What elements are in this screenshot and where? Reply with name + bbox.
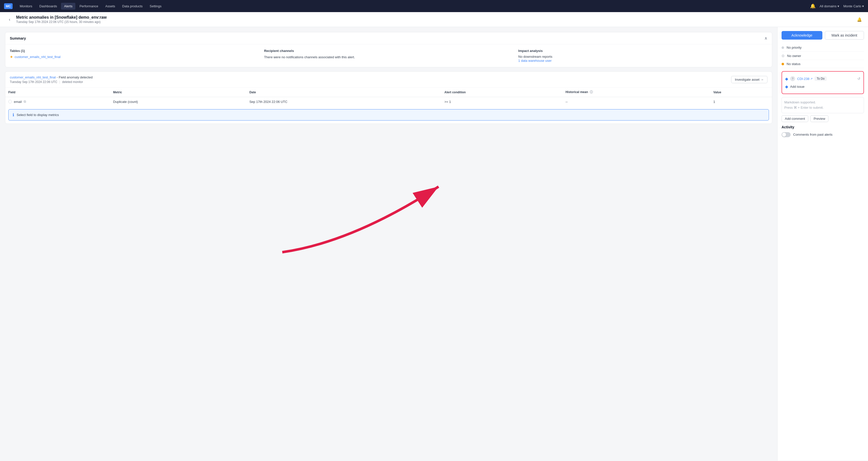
comments-past-label: Comments from past alerts: [793, 133, 833, 137]
anomaly-meta: Tuesday Sep 17th 2024 22:06 UTC | delete…: [10, 80, 93, 84]
priority-item: No priority: [781, 44, 864, 52]
comments-toggle[interactable]: [781, 132, 790, 137]
notification-bell-icon[interactable]: 🔔: [810, 3, 815, 9]
comment-placeholder: Markdown supported. Press ⌘ + Enter to s…: [784, 100, 861, 111]
add-issue-item[interactable]: ◆ Add issue: [785, 83, 861, 90]
nav-right-actions: 🔔 All domains ▾ Monte Carlo ▾: [810, 3, 864, 9]
field-name: email: [14, 100, 22, 104]
status-dot-icon: [781, 63, 784, 65]
comment-input-area[interactable]: Markdown supported. Press ⌘ + Enter to s…: [781, 97, 864, 113]
summary-body: Tables (1) ★ customer_emails_nhl_test_fi…: [5, 45, 772, 67]
summary-tables-section: Tables (1) ★ customer_emails_nhl_test_fi…: [10, 49, 259, 62]
nav-alerts[interactable]: Alerts: [61, 3, 75, 9]
domain-selector[interactable]: All domains ▾: [819, 4, 839, 8]
cell-metric: Duplicate (count): [110, 97, 247, 107]
monitor-status: deleted monitor: [62, 80, 83, 84]
jira-issue-link[interactable]: CDI-238 ↗: [797, 77, 812, 81]
summary-card-header: Summary ∧: [5, 32, 772, 45]
summary-impact-section: Impact analysis No downstream reports 1 …: [518, 49, 768, 62]
select-field-bar[interactable]: ℹ Select field to display metrics: [8, 109, 769, 120]
table-item: ★ customer_emails_nhl_test_final: [10, 55, 259, 59]
summary-grid: Tables (1) ★ customer_emails_nhl_test_fi…: [10, 49, 768, 62]
activity-title: Activity: [781, 125, 864, 129]
summary-title: Summary: [10, 36, 26, 40]
mark-incident-button[interactable]: Mark as incident: [825, 31, 864, 39]
col-historical-mean: Historical mean ⓘ: [562, 87, 711, 97]
col-date: Date: [246, 87, 441, 97]
add-comment-button[interactable]: Add comment: [781, 115, 808, 122]
table-link[interactable]: customer_emails_nhl_test_final: [14, 55, 61, 59]
impact-link[interactable]: 1 data warehouse user: [518, 59, 552, 62]
user-menu[interactable]: Monte Carlo ▾: [843, 4, 864, 8]
acknowledge-button[interactable]: Acknowledge: [781, 31, 823, 39]
comment-actions: Add comment Preview: [781, 115, 864, 122]
page-title: Metric anomalies in [Snowflake] demo_env…: [16, 15, 106, 20]
info-circle-icon: ℹ: [12, 113, 14, 117]
comments-toggle-row: Comments from past alerts: [781, 132, 864, 137]
owner-item: ⊙ No owner: [781, 52, 864, 60]
table-row: email ⧉ Duplicate (count) Sep 17th 2024 …: [5, 97, 772, 107]
summary-card: Summary ∧ Tables (1) ★ customer_emails_n…: [5, 32, 772, 67]
anomaly-date: Tuesday Sep 17th 2024 22:06 UTC: [10, 80, 57, 84]
tables-label: Tables (1): [10, 49, 259, 53]
col-field: Field: [5, 87, 110, 97]
status-item: No status: [781, 60, 864, 68]
jira-diamond-icon: ◆: [785, 77, 788, 81]
col-value: Value: [710, 87, 772, 97]
chevron-down-icon: ▾: [837, 4, 839, 8]
mute-button[interactable]: 🔔: [857, 17, 862, 22]
page-header: ‹ Metric anomalies in [Snowflake] demo_e…: [0, 12, 868, 27]
nav-data-products[interactable]: Data products: [119, 3, 146, 9]
anomaly-card: customer_emails_nhl_test_final - Field a…: [5, 71, 772, 124]
page-title-block: Metric anomalies in [Snowflake] demo_env…: [16, 15, 106, 24]
page-subtitle: Tuesday Sep 17th 2024 22:06 UTC (15 hour…: [16, 20, 106, 24]
preview-button[interactable]: Preview: [810, 115, 829, 122]
cell-value: 1: [710, 97, 772, 107]
star-icon: ★: [10, 55, 13, 59]
main-content: Summary ∧ Tables (1) ★ customer_emails_n…: [0, 27, 777, 461]
nav-settings[interactable]: Settings: [147, 3, 164, 9]
external-link-icon: ↗: [810, 77, 812, 81]
anomaly-header-left: customer_emails_nhl_test_final - Field a…: [10, 75, 93, 84]
anomaly-sep: -: [57, 76, 59, 79]
cell-field: email ⧉: [5, 97, 110, 107]
back-button[interactable]: ‹: [6, 16, 13, 23]
cell-alert-condition: >= 1: [441, 97, 562, 107]
summary-recipient-section: Recipient channels There were no notific…: [264, 49, 514, 62]
toggle-knob: [782, 133, 786, 137]
nav-dashboards[interactable]: Dashboards: [36, 3, 60, 9]
nav-performance[interactable]: Performance: [76, 3, 101, 9]
no-downstream-text: No downstream reports: [518, 55, 768, 58]
recipient-label: Recipient channels: [264, 49, 514, 53]
sidebar-action-row: Acknowledge Mark as incident: [781, 31, 864, 39]
jira-avatar: ?: [790, 76, 795, 81]
field-radio[interactable]: [8, 100, 12, 104]
investigate-asset-button[interactable]: Investigate asset →: [731, 76, 768, 83]
anomaly-type: Field anomaly detected: [59, 76, 93, 79]
anomaly-header: customer_emails_nhl_test_final - Field a…: [5, 71, 772, 87]
priority-label: No priority: [786, 46, 802, 50]
top-navigation: MC Monitors Dashboards Alerts Performanc…: [0, 0, 868, 12]
jira-refresh-icon[interactable]: ↺: [858, 77, 861, 81]
select-field-text: Select field to display metrics: [17, 113, 59, 117]
jira-issues-section: ◆ ? CDI-238 ↗ To Do ↺ ◆ Add issue: [781, 71, 864, 94]
jira-status-badge: To Do: [814, 77, 827, 81]
owner-icon: ⊙: [781, 54, 784, 58]
impact-label: Impact analysis: [518, 49, 768, 53]
anomaly-table: Field Metric Date Alert condition Histor…: [5, 87, 772, 106]
chevron-left-icon: ‹: [9, 17, 10, 22]
jira-issue-item: ◆ ? CDI-238 ↗ To Do ↺: [785, 75, 861, 83]
anomaly-table-link[interactable]: customer_emails_nhl_test_final: [10, 76, 56, 79]
add-issue-label: Add issue: [790, 85, 805, 88]
jira-issue-id: CDI-238: [797, 77, 809, 81]
info-icon[interactable]: ⓘ: [590, 90, 593, 94]
nav-monitors[interactable]: Monitors: [17, 3, 35, 9]
status-label: No status: [786, 62, 801, 66]
collapse-icon[interactable]: ∧: [765, 36, 768, 40]
copy-icon[interactable]: ⧉: [24, 99, 26, 104]
logo[interactable]: MC: [4, 3, 12, 9]
cell-historical-mean: --: [562, 97, 711, 107]
nav-assets[interactable]: Assets: [102, 3, 118, 9]
meta-separator: |: [59, 80, 60, 84]
col-alert-condition: Alert condition: [441, 87, 562, 97]
